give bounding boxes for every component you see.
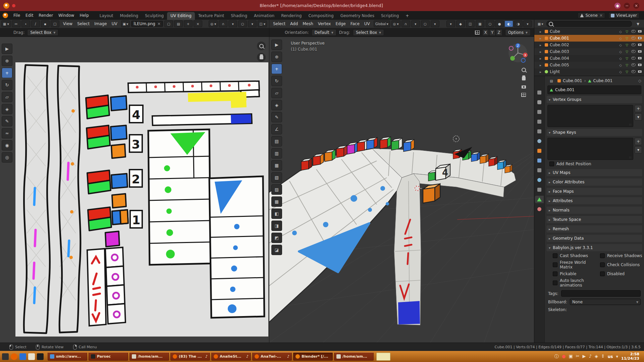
move-tool[interactable]: + xyxy=(271,64,282,74)
scene-selector[interactable]: Scene × xyxy=(578,12,605,18)
vertex-group-specials-button[interactable]: ▾ xyxy=(635,113,642,121)
image-display-button[interactable]: ◫ ▾ xyxy=(258,20,267,27)
screenshot-icon[interactable]: ✂ xyxy=(576,354,580,360)
annotate-tool[interactable]: ✎ xyxy=(271,112,282,122)
hide-in-viewport-toggle[interactable] xyxy=(631,70,636,74)
auto-launch-animations-checkbox[interactable] xyxy=(553,281,557,285)
disable-in-render-toggle[interactable] xyxy=(637,57,642,60)
show-gizmo-button[interactable]: ◆ xyxy=(456,20,465,27)
hide-in-viewport-toggle[interactable] xyxy=(631,30,636,34)
clock[interactable]: 2:58 11/24/23 xyxy=(621,352,639,361)
outliner-search-input[interactable] xyxy=(546,21,632,27)
workspace-tab-modeling[interactable]: Modeling xyxy=(117,12,142,20)
vp-drag-mode-dropdown[interactable]: Select Box▾ xyxy=(353,29,384,36)
proportional-editing-button[interactable]: ○ xyxy=(421,20,430,27)
options-dropdown[interactable]: Options▾ xyxy=(505,29,531,36)
billboard-dropdown[interactable]: None ▾ xyxy=(570,299,641,305)
bevel-tool[interactable]: ▧ xyxy=(271,172,282,183)
freeze-world-matrix-checkbox[interactable] xyxy=(553,262,557,267)
uv-menu-view[interactable]: View xyxy=(61,21,75,27)
taskbar-window-analiest[interactable]: AnalieSt... ♪ xyxy=(211,352,251,361)
show-overlays-button[interactable]: ◫ xyxy=(466,20,475,27)
menu-window[interactable]: Window xyxy=(56,12,77,18)
check-collisions-checkbox[interactable] xyxy=(600,262,605,267)
cast-shadows-checkbox[interactable] xyxy=(553,253,557,258)
spin-tool[interactable]: ◨ xyxy=(271,221,282,231)
vp-menu-vertex[interactable]: Vertex xyxy=(316,21,333,27)
taskbar-window-blender[interactable]: Blender* [/... xyxy=(293,352,333,361)
inset-faces-tool[interactable]: ▦ xyxy=(271,160,282,171)
uv-pan-button[interactable] xyxy=(257,53,266,62)
snap-settings-button[interactable]: ▾ xyxy=(411,20,420,27)
rotate-tool[interactable]: ↻ xyxy=(271,76,282,86)
hide-in-viewport-toggle[interactable] xyxy=(631,37,636,40)
proportional-settings-button[interactable]: ▾ xyxy=(431,20,439,27)
properties-tab-output[interactable] xyxy=(535,108,544,116)
workspace-tab-animation[interactable]: Animation xyxy=(251,12,278,20)
scene-unlink-icon[interactable]: × xyxy=(599,13,603,18)
volume-icon[interactable]: ♪ xyxy=(589,354,592,360)
disabled-checkbox[interactable] xyxy=(600,272,605,276)
uv-drag-mode-dropdown[interactable]: Select Box▾ xyxy=(27,29,58,36)
outliner-row-light[interactable]: ▸ Light ◇ ▽ xyxy=(534,68,644,75)
transform-orientation-button[interactable]: Global ▾ xyxy=(374,20,390,27)
outliner-row-cube[interactable]: ▸ Cube ◇ ▽ xyxy=(534,28,644,35)
outliner-row-cube-005[interactable]: ▸ Cube.005 ◇ ▽ xyxy=(534,62,644,68)
shrink-fatten-tool[interactable]: ◪ xyxy=(271,245,282,255)
uv-editor-canvas[interactable]: 4 3 2 1 xyxy=(0,37,269,343)
vp-menu-add[interactable]: Add xyxy=(288,21,300,27)
outliner-row-cube-004[interactable]: ▸ Cube.004 ◇ ▽ xyxy=(534,55,644,62)
expand-icon[interactable]: ▸ xyxy=(540,43,543,47)
vertex-groups-listbox[interactable] xyxy=(547,105,633,127)
taskbar-window-home-am[interactable]: /home/am... xyxy=(129,352,169,361)
knife-tool[interactable]: ▩ xyxy=(271,196,282,207)
relax-tool[interactable]: ≈ xyxy=(2,128,12,138)
image-pack-button[interactable]: ▤ xyxy=(174,20,183,27)
shading-material-button[interactable]: ◐ xyxy=(504,20,513,27)
taskbar-window-parsec[interactable]: Parsec xyxy=(89,352,128,361)
pickable-checkbox[interactable] xyxy=(553,272,557,276)
proportional-settings-button[interactable]: ▾ xyxy=(248,20,257,27)
taskbar-window-83-the[interactable]: (83) The ... ♪ xyxy=(170,352,210,361)
image-name-field[interactable]: lLEUm.png × xyxy=(131,21,163,27)
mirror-z-button[interactable]: Z xyxy=(496,29,502,36)
pivot-point-button[interactable]: ◎ ▾ xyxy=(209,20,218,27)
viewport-camera-button[interactable] xyxy=(522,85,526,89)
viewport-3d[interactable]: 4 User Perspective (1) Cube.001 ▶⊕+↻▱◈✎∠… xyxy=(269,37,534,343)
loop-cut-tool[interactable]: ▨ xyxy=(271,184,282,195)
panel-remesh[interactable]: ▸ Remesh xyxy=(546,225,643,233)
poly-build-tool[interactable]: ◧ xyxy=(271,208,282,219)
image-unlink-button[interactable]: × xyxy=(194,20,202,27)
workspace-tab-rendering[interactable]: Rendering xyxy=(278,12,305,20)
add-cube-tool[interactable]: ▤ xyxy=(271,136,282,146)
mirror-x-button[interactable]: X xyxy=(482,29,489,36)
scale-tool[interactable]: ▱ xyxy=(271,88,282,98)
cursor-tool[interactable]: ⊕ xyxy=(2,56,12,66)
outliner-editor-type-button[interactable]: ▦ ▾ xyxy=(536,21,544,27)
image-browse-button[interactable]: ▣ ▾ xyxy=(121,20,130,27)
snap-toggle[interactable]: ∩ xyxy=(219,20,227,27)
hide-in-viewport-toggle[interactable] xyxy=(631,43,636,47)
menu-help[interactable]: Help xyxy=(77,12,91,18)
taskbar-window-smb-awv[interactable]: smb://awv... xyxy=(48,352,87,361)
viewport-zoom-button[interactable] xyxy=(522,68,526,73)
scale-tool[interactable]: ▱ xyxy=(2,92,12,102)
pin-icon[interactable]: ◇ xyxy=(638,78,641,83)
clipboard-icon[interactable]: ▣ xyxy=(569,354,573,360)
disable-in-render-toggle[interactable] xyxy=(637,37,642,40)
navigation-gizmo[interactable]: Z X xyxy=(507,42,529,64)
workspace-tab-sculpting[interactable]: Sculpting xyxy=(142,12,167,20)
workspace-tab-scripting[interactable]: Scripting xyxy=(378,12,402,20)
shape-key-specials-button[interactable]: ▾ xyxy=(635,146,642,154)
uv-menu-select[interactable]: Select xyxy=(75,21,92,27)
panel-geometry-data[interactable]: ▸ Geometry Data xyxy=(546,234,643,242)
editor-type-button[interactable]: ▦ ▾ xyxy=(1,20,11,27)
move-tool[interactable]: + xyxy=(2,68,12,78)
vp-menu-uv[interactable]: UV xyxy=(362,21,372,27)
app-menu-icon[interactable] xyxy=(2,353,9,360)
shading-settings-button[interactable]: ▾ xyxy=(523,20,532,27)
workspace-tab-shading[interactable]: Shading xyxy=(227,12,251,20)
window-menu-button[interactable]: ◆ xyxy=(614,3,621,9)
workspace-tab-layout[interactable]: Layout xyxy=(96,12,117,20)
properties-tab-render[interactable] xyxy=(535,99,544,106)
